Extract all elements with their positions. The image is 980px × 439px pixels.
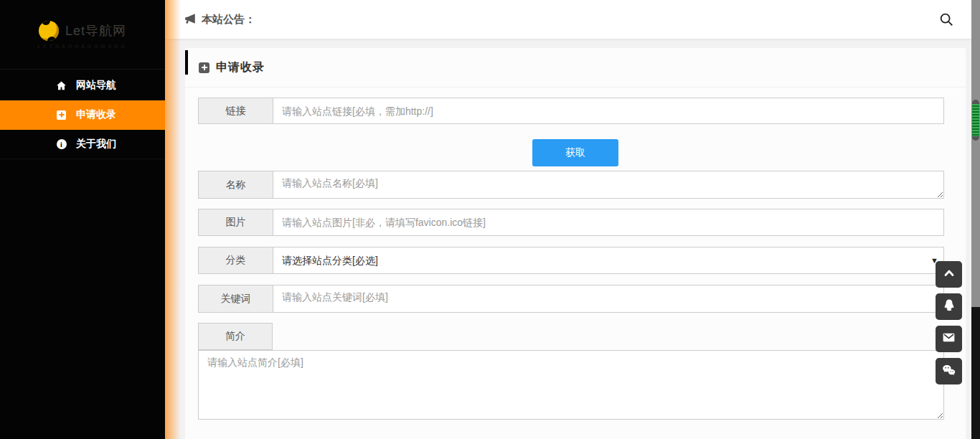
logo-swirl-icon [39,21,59,41]
form-row-keywords: 关键词 [198,285,944,313]
site-logo[interactable]: Let导航网 LETDAOHANGWANG [0,0,165,70]
floating-action-bar [936,261,962,384]
topbar: 本站公告： [165,0,971,39]
sidebar-menu: 网站导航 申请收录 i 关于我们 [0,71,165,159]
image-field-label: 图片 [198,209,273,236]
announcement-bar: 本站公告： [184,12,255,27]
intro-textarea[interactable] [198,350,944,420]
info-circle-icon: i [56,139,67,150]
image-input[interactable] [273,209,944,236]
link-field-label: 链接 [198,98,273,124]
sidebar-item-about[interactable]: i 关于我们 [0,130,165,159]
form-row-intro [198,350,944,420]
chevron-up-icon [942,266,956,283]
sidebar-item-label: 申请收录 [76,108,116,121]
email-contact-button[interactable] [936,326,962,352]
page-scrollbar[interactable] [971,0,980,439]
form-row-intro-label: 简介 [198,323,944,350]
sidebar-item-apply[interactable]: 申请收录 [0,100,165,130]
plus-square-icon [199,62,209,73]
logo-text: Let导航网 [65,22,126,39]
name-field-label: 名称 [198,171,273,199]
plus-square-icon [56,110,67,121]
logo-subtext: LETDAOHANGWANG [37,44,128,49]
main-area: 本站公告： 申请收录 链接 获取 名称 图片 分类 [165,0,971,439]
form-row-image: 图片 [198,209,944,236]
back-to-top-button[interactable] [936,261,962,288]
keywords-textarea[interactable] [273,285,944,313]
form-row-name: 名称 [198,171,944,199]
qq-contact-button[interactable] [936,293,962,320]
sidebar-item-label: 网站导航 [76,79,116,92]
scrollbar-thumb[interactable] [972,100,979,141]
envelope-icon [941,330,956,348]
form-row-category: 分类 请选择站点分类[必选] ▼ [198,247,944,274]
wechat-icon [941,362,957,381]
page-title: 申请收录 [216,60,265,75]
sidebar: Let导航网 LETDAOHANGWANG 网站导航 申请收录 i 关于我们 [0,0,165,439]
category-field-label: 分类 [198,247,273,274]
sidebar-item-label: 关于我们 [76,138,116,151]
search-icon[interactable] [937,10,956,29]
card-header: 申请收录 [185,48,966,88]
home-icon [56,80,67,91]
announcement-label: 本站公告： [202,13,255,27]
fetch-button[interactable]: 获取 [532,139,618,166]
qq-icon [941,298,957,316]
scrollbar-track-dark [971,307,980,439]
name-textarea[interactable] [273,171,944,199]
sidebar-item-site-nav[interactable]: 网站导航 [0,71,165,100]
link-input[interactable] [273,98,944,124]
intro-field-label: 简介 [198,323,273,350]
form-row-link: 链接 [198,98,944,124]
megaphone-icon [184,12,197,27]
keywords-field-label: 关键词 [198,285,273,313]
wechat-contact-button[interactable] [936,358,962,384]
apply-form-card: 申请收录 链接 获取 名称 图片 分类 请选择站点分类[必选] ▼ [185,48,966,439]
category-select[interactable]: 请选择站点分类[必选] [273,247,944,274]
